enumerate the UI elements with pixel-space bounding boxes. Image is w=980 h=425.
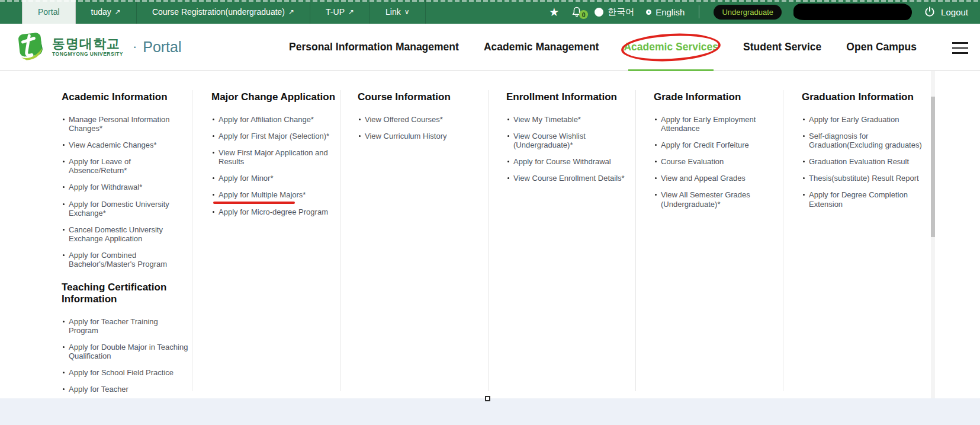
menu-item-view-offered-courses[interactable]: View Offered Courses* xyxy=(358,115,485,124)
menu-item-apply-for-teacher-training-program[interactable]: Apply for Teacher Training Program xyxy=(62,317,189,335)
menu-column-5: Grade InformationApply for Early Employm… xyxy=(654,91,781,216)
language-option-english[interactable]: English xyxy=(646,7,685,17)
menu-item-course-evaluation[interactable]: Course Evaluation xyxy=(654,157,781,166)
portal-label: Portal xyxy=(143,39,181,56)
menu-item-apply-for-minor[interactable]: Apply for Minor* xyxy=(211,174,339,183)
menu-item-self-diagnosis-for-graduation-excluding-graduates[interactable]: Self-diagnosis for Graduation(Excluding … xyxy=(802,132,929,149)
radio-unselected-icon xyxy=(595,8,603,17)
nav-item-label: Academic Services xyxy=(624,41,718,53)
menu-item-apply-for-school-field-practice[interactable]: Apply for School Field Practice xyxy=(62,368,189,377)
menu-item-view-academic-changes[interactable]: View Academic Changes* xyxy=(62,140,189,149)
menu-item-apply-for-credit-forfeiture[interactable]: Apply for Credit Forfeiture xyxy=(654,140,781,149)
notifications-button[interactable]: 0 xyxy=(571,5,583,18)
nav-item-academic-services[interactable]: Academic Services xyxy=(624,24,718,71)
page-scrollbar-thumb[interactable] xyxy=(931,97,935,237)
menu-item-view-and-appeal-grades[interactable]: View and Appeal Grades xyxy=(654,174,781,183)
menu-item-apply-for-withdrawal[interactable]: Apply for Withdrawal* xyxy=(62,183,189,191)
mega-menu-columns: Academic InformationManage Personal Info… xyxy=(0,71,980,398)
menu-item-apply-for-affiliation-change[interactable]: Apply for Affiliation Change* xyxy=(211,115,339,124)
topbar-actions: 0 한국어 English Undergraduate Logout xyxy=(549,0,980,24)
menu-item-view-my-timetable[interactable]: View My Timetable* xyxy=(506,115,634,124)
menu-item-manage-personal-information-changes[interactable]: Manage Personal Information Changes* xyxy=(62,115,189,133)
topbar-tab-portal[interactable]: Portal xyxy=(22,0,76,24)
menu-item-view-curriculum-history[interactable]: View Curriculum History xyxy=(358,132,485,140)
main-navigation: Personal Information ManagementAcademic … xyxy=(289,24,917,71)
menu-section-teaching-certification-information: Teaching Certification InformationApply … xyxy=(62,282,189,394)
menu-item-apply-for-double-major-in-teaching-qualification[interactable]: Apply for Double Major in Teaching Quali… xyxy=(62,343,189,360)
external-link-icon: ↗ xyxy=(348,8,354,16)
menu-list: Apply for Early Employment AttendanceApp… xyxy=(654,115,781,209)
menu-column-4: Enrollment InformationView My Timetable*… xyxy=(506,91,634,190)
external-link-icon: ↗ xyxy=(115,8,121,16)
nav-item-personal-information-management[interactable]: Personal Information Management xyxy=(289,24,459,71)
menu-item-cancel-domestic-university-exchange-application[interactable]: Cancel Domestic University Exchange Appl… xyxy=(62,225,189,243)
menu-item-graduation-evaluation-result[interactable]: Graduation Evaluation Result xyxy=(802,157,929,166)
hamburger-menu-icon[interactable] xyxy=(952,42,968,54)
tab-label: Portal xyxy=(38,7,60,17)
university-name-english: TONGMYONG UNIVERSITY xyxy=(52,51,123,57)
nav-item-open-campus[interactable]: Open Campus xyxy=(846,24,917,71)
menu-list: Apply for Early GraduationSelf-diagnosis… xyxy=(802,115,929,209)
menu-item-apply-for-combined-bachelor-s-master-s-program[interactable]: Apply for Combined Bachelor's/Master's P… xyxy=(62,251,189,269)
menu-item-view-course-enrollment-details[interactable]: View Course Enrollment Details* xyxy=(506,174,634,183)
role-badge: Undergraduate xyxy=(714,5,782,20)
menu-item-apply-for-teacher[interactable]: Apply for Teacher xyxy=(62,385,189,394)
university-name-korean: 동명대학교 xyxy=(52,37,123,51)
header: 동명대학교 TONGMYONG UNIVERSITY · Portal Pers… xyxy=(0,24,980,71)
tab-label: Link xyxy=(385,7,401,17)
menu-item-apply-for-early-employment-attendance[interactable]: Apply for Early Employment Attendance xyxy=(654,115,781,133)
language-english-label: English xyxy=(656,7,685,17)
menu-item-apply-for-early-graduation[interactable]: Apply for Early Graduation xyxy=(802,115,929,124)
nav-item-label: Student Service xyxy=(743,41,821,53)
menu-item-apply-for-leave-of-absence-return[interactable]: Apply for Leave of Absence/Return* xyxy=(62,157,189,175)
logout-label: Logout xyxy=(941,7,968,17)
menu-column-3: Course InformationView Offered Courses*V… xyxy=(358,91,485,148)
brand-text: 동명대학교 TONGMYONG UNIVERSITY xyxy=(52,37,123,57)
menu-column-2: Major Change ApplicationApply for Affili… xyxy=(211,91,339,224)
menu-column-1: Academic InformationManage Personal Info… xyxy=(62,91,189,398)
topbar-tab-tuday[interactable]: tuday↗ xyxy=(76,0,137,24)
nav-item-student-service[interactable]: Student Service xyxy=(743,24,821,71)
university-logo[interactable]: 동명대학교 TONGMYONG UNIVERSITY · Portal xyxy=(15,31,182,63)
external-link-icon: ↗ xyxy=(288,8,294,16)
chevron-down-icon: ∨ xyxy=(404,8,410,16)
language-option-korean[interactable]: 한국어 xyxy=(595,7,634,18)
menu-section-grade-information: Grade InformationApply for Early Employm… xyxy=(654,91,781,209)
tongmyong-logo-icon xyxy=(15,31,47,63)
menu-item-view-first-major-application-and-results[interactable]: View First Major Application and Results xyxy=(211,148,339,166)
academic-services-mega-menu: Academic InformationManage Personal Info… xyxy=(0,71,980,398)
brand-separator: · xyxy=(133,39,137,55)
nav-item-label: Open Campus xyxy=(846,41,917,53)
user-name-redacted[interactable] xyxy=(793,4,912,20)
footer-strip xyxy=(0,398,980,425)
menu-item-apply-for-degree-completion-extension[interactable]: Apply for Degree Completion Extension xyxy=(802,190,929,208)
nav-item-academic-management[interactable]: Academic Management xyxy=(484,24,599,71)
menu-item-apply-for-multiple-majors[interactable]: Apply for Multiple Majors* xyxy=(211,190,339,199)
menu-section-course-information: Course InformationView Offered Courses*V… xyxy=(358,91,485,140)
menu-item-apply-for-micro-degree-program[interactable]: Apply for Micro-degree Program xyxy=(211,207,339,216)
menu-section-title: Teaching Certification Information xyxy=(62,282,199,305)
nav-item-label: Personal Information Management xyxy=(289,41,459,53)
favorites-star-icon[interactable] xyxy=(549,7,559,18)
menu-item-apply-for-first-major-selection[interactable]: Apply for First Major (Selection)* xyxy=(211,132,339,140)
menu-list: View My Timetable*View Course Wishlist (… xyxy=(506,115,634,183)
menu-item-apply-for-domestic-university-exchange[interactable]: Apply for Domestic University Exchange* xyxy=(62,200,189,218)
power-icon xyxy=(924,6,936,18)
topbar-tab-link[interactable]: Link∨ xyxy=(370,0,425,24)
topbar-tab-course-registration-undergraduate[interactable]: Course Registration(undergraduate)↗ xyxy=(137,0,310,24)
menu-section-enrollment-information: Enrollment InformationView My Timetable*… xyxy=(506,91,634,183)
topbar-divider xyxy=(699,5,699,18)
menu-item-view-all-semester-grades-undergraduate[interactable]: View All Semester Grades (Undergraduate)… xyxy=(654,190,781,208)
logout-button[interactable]: Logout xyxy=(924,6,968,18)
topbar-tab-t-up[interactable]: T-UP↗ xyxy=(310,0,370,24)
menu-item-view-course-wishlist-undergraduate[interactable]: View Course Wishlist (Undergraduate)* xyxy=(506,132,634,149)
menu-item-apply-for-course-withdrawal[interactable]: Apply for Course Withdrawal xyxy=(506,157,634,166)
topbar-tabs: Portaltuday↗Course Registration(undergra… xyxy=(22,0,426,24)
radio-selected-icon xyxy=(646,9,651,15)
menu-section-title: Grade Information xyxy=(654,91,791,103)
language-korean-label: 한국어 xyxy=(608,7,634,18)
nav-item-label: Academic Management xyxy=(484,41,599,53)
menu-section-title: Academic Information xyxy=(62,91,199,103)
menu-column-6: Graduation InformationApply for Early Gr… xyxy=(802,91,929,216)
menu-item-thesis-substitute-result-report[interactable]: Thesis(substitute) Result Report xyxy=(802,174,929,183)
